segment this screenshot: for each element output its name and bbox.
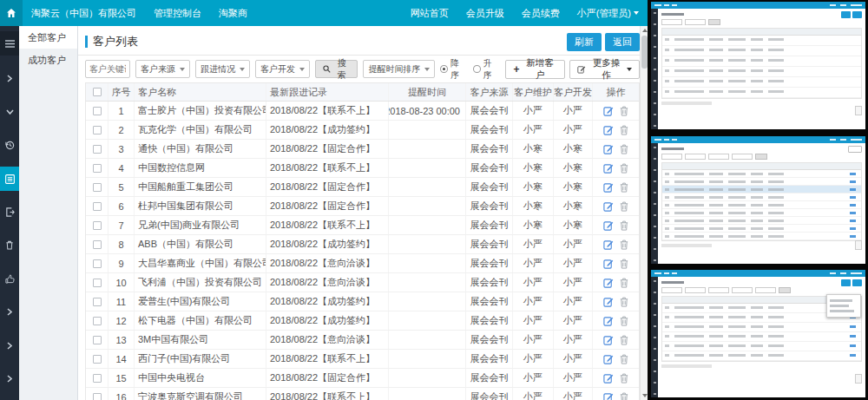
edit-button[interactable] [603, 354, 614, 364]
sidebar-item-export[interactable] [0, 200, 19, 224]
delete-button[interactable] [620, 125, 628, 135]
edit-icon [603, 316, 614, 326]
company-name-link[interactable]: 淘聚云（中国）有限公司 [31, 7, 136, 20]
customer-source: 展会会刊 [466, 178, 513, 196]
sidebar-item-success-customers[interactable]: 成功客户 [19, 49, 77, 71]
row-checkbox[interactable] [93, 221, 102, 230]
source-select[interactable]: 客户来源 [135, 60, 190, 78]
operations-cell [593, 273, 639, 292]
user-menu[interactable]: 小严(管理员) [577, 7, 639, 20]
sort-desc-radio[interactable]: 降序 [440, 57, 467, 82]
keyword-input[interactable] [85, 60, 130, 78]
delete-button[interactable] [620, 335, 628, 345]
row-checkbox[interactable] [93, 393, 102, 400]
scrollbar-thumb[interactable] [641, 36, 648, 69]
edit-button[interactable] [603, 163, 614, 174]
row-checkbox[interactable] [93, 374, 102, 383]
row-checkbox[interactable] [93, 183, 102, 192]
edit-button[interactable] [603, 278, 614, 288]
row-checkbox[interactable] [93, 279, 102, 287]
edit-button[interactable] [603, 220, 614, 231]
add-customer-button[interactable]: +新增客户 [505, 60, 565, 79]
delete-button[interactable] [620, 316, 628, 326]
refresh-button[interactable]: 刷新 [567, 33, 602, 51]
delete-button[interactable] [620, 278, 628, 288]
row-checkbox[interactable] [93, 355, 102, 364]
row-checkbox[interactable] [93, 298, 102, 306]
customer-name: 瓦克化学（中国）有限公司 [135, 121, 266, 139]
logout-icon [5, 207, 15, 217]
edit-button[interactable] [603, 297, 614, 307]
sidebar-item-all-customers[interactable]: 全部客户 [19, 26, 77, 49]
thumbnail-screenshot-followups[interactable] [651, 136, 865, 264]
delete-button[interactable] [620, 392, 628, 400]
nav-admin-console[interactable]: 管理控制台 [154, 7, 201, 20]
edit-button[interactable] [603, 106, 614, 116]
edit-button[interactable] [603, 239, 614, 250]
delete-button[interactable] [620, 239, 628, 250]
delete-button[interactable] [620, 106, 628, 116]
sidebar-item-expand-2[interactable] [0, 100, 19, 124]
trash-icon [620, 163, 628, 174]
row-checkbox[interactable] [93, 202, 102, 211]
nav-member-renew[interactable]: 会员续费 [522, 7, 560, 20]
row-checkbox[interactable] [93, 164, 102, 173]
table-row: 6 杜邦中国集团有限公司 2018/08/22【固定合作】 展会会刊 小寒 小寒 [86, 197, 639, 216]
customer-name: 爱普生(中国)有限公司 [135, 292, 266, 311]
delete-button[interactable] [620, 201, 628, 212]
edit-button[interactable] [603, 316, 614, 326]
delete-button[interactable] [620, 297, 628, 307]
edit-button[interactable] [603, 125, 614, 135]
remind-time-cell [389, 159, 466, 177]
menu-toggle-button[interactable] [0, 31, 19, 56]
edit-button[interactable] [603, 392, 614, 400]
sidebar-item-expand-1[interactable] [0, 66, 19, 90]
row-checkbox[interactable] [93, 240, 102, 249]
home-button[interactable] [0, 0, 23, 26]
edit-button[interactable] [603, 259, 614, 269]
col-operations: 操作 [593, 83, 639, 101]
row-checkbox[interactable] [93, 317, 102, 325]
sidebar-item-expand-4[interactable] [0, 333, 19, 357]
delete-button[interactable] [620, 144, 628, 154]
row-checkbox[interactable] [93, 336, 102, 344]
search-button[interactable]: 搜索 [315, 60, 358, 78]
sidebar-item-expand-3[interactable] [0, 300, 19, 325]
sidebar-item-approve[interactable] [0, 266, 19, 291]
nav-taojushang[interactable]: 淘聚商 [219, 7, 247, 20]
edit-button[interactable] [603, 373, 614, 384]
followup-select[interactable]: 跟进情况 [195, 60, 250, 78]
edit-button[interactable] [603, 335, 614, 345]
sidebar-item-history[interactable] [0, 133, 19, 157]
table-row: 11 爱普生(中国)有限公司 2018/08/22【成功签约】 展会会刊 小严 … [86, 292, 639, 311]
customer-maintainer: 小严 [513, 311, 554, 330]
nav-site-home[interactable]: 网站首页 [411, 7, 449, 20]
delete-button[interactable] [620, 182, 628, 193]
more-actions-button[interactable]: 更多操作 [569, 60, 640, 79]
row-checkbox[interactable] [93, 145, 102, 154]
thumbnail-screenshot-customer-menu[interactable] [651, 270, 865, 397]
delete-button[interactable] [620, 163, 628, 174]
vertical-scrollbar[interactable] [640, 26, 648, 400]
row-checkbox[interactable] [93, 259, 102, 268]
sidebar-item-recycle[interactable] [0, 233, 19, 258]
edit-button[interactable] [603, 182, 614, 193]
delete-button[interactable] [620, 259, 628, 269]
back-button[interactable]: 返回 [605, 33, 640, 51]
customer-maintainer: 小寒 [513, 159, 554, 177]
thumbnail-screenshot-report[interactable] [651, 2, 865, 129]
sidebar-item-expand-5[interactable] [0, 367, 19, 391]
delete-button[interactable] [620, 373, 628, 384]
edit-button[interactable] [603, 201, 614, 212]
row-checkbox[interactable] [93, 126, 102, 134]
sort-field-select[interactable]: 提醒时间排序 [363, 60, 435, 78]
delete-button[interactable] [620, 354, 628, 364]
nav-member-upgrade[interactable]: 会员升级 [466, 7, 504, 20]
edit-button[interactable] [603, 144, 614, 154]
row-checkbox[interactable] [93, 107, 102, 115]
sort-asc-radio[interactable]: 升序 [473, 57, 500, 82]
sidebar-item-customer-list[interactable] [0, 167, 19, 191]
delete-button[interactable] [620, 220, 628, 231]
developer-select[interactable]: 客户开发 [255, 60, 310, 78]
select-all-checkbox[interactable] [93, 88, 102, 96]
